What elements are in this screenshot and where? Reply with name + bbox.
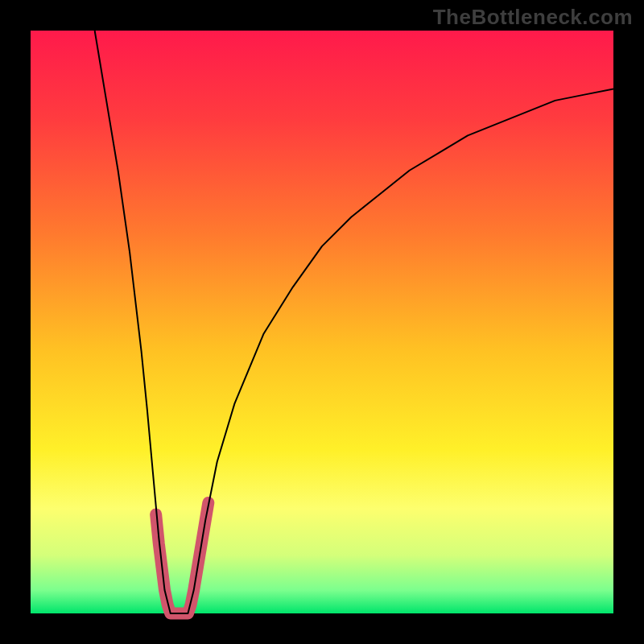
plot-gradient-background	[31, 31, 613, 613]
chart-container: TheBottleneck.com	[0, 0, 644, 644]
watermark-text: TheBottleneck.com	[433, 5, 633, 30]
bottleneck-chart-svg	[0, 0, 644, 644]
